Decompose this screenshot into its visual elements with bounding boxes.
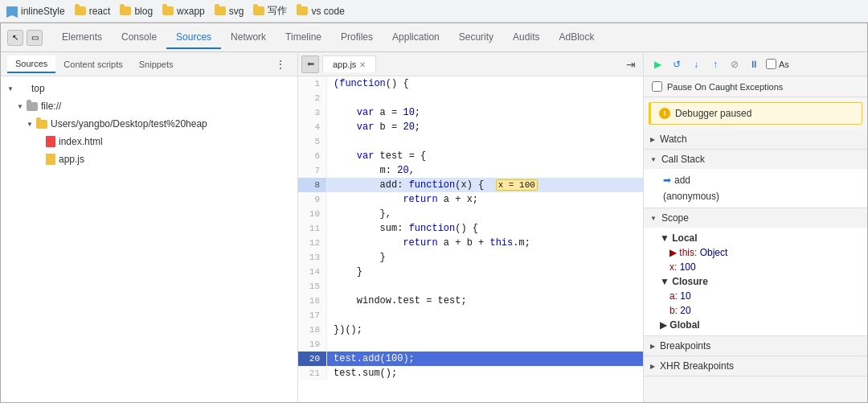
folder-icon	[297, 6, 308, 15]
call-stack-item-add[interactable]: ➡ add	[660, 172, 861, 188]
code-content: (function() {	[327, 76, 409, 91]
pause-exceptions-checkbox[interactable]	[652, 81, 662, 92]
watch-header[interactable]: ▶ Watch	[644, 130, 867, 149]
code-tab-appjs[interactable]: app.js ✕	[322, 56, 376, 72]
scope-closure-label: Closure	[672, 276, 708, 287]
code-content: },	[327, 207, 391, 221]
debugger-panel: ▶ ↺ ↓ ↑ ⊘ ⏸ As Pause On Caught Exception…	[644, 52, 867, 402]
step-over-button[interactable]: ↺	[669, 57, 684, 72]
xhr-breakpoints-section: ▶ XHR Breakpoints	[644, 356, 867, 376]
line-number: 4	[298, 120, 327, 134]
tab-timeline[interactable]: Timeline	[276, 27, 331, 49]
chevron-icon: ▶	[650, 343, 655, 350]
triangle-icon	[7, 85, 17, 93]
breakpoints-label: Breakpoints	[660, 340, 710, 352]
scope-key: ▶ this	[669, 247, 694, 258]
tab-network[interactable]: Network	[221, 27, 276, 49]
sources-tab-snippets[interactable]: Snippets	[131, 56, 182, 72]
pause-button[interactable]: ⏸	[747, 57, 761, 72]
tab-audits[interactable]: Audits	[503, 27, 549, 49]
code-content: var test = {	[327, 149, 426, 163]
bookmark-writing[interactable]: 写作	[253, 4, 287, 18]
sources-tab-sources[interactable]: Sources	[7, 56, 55, 73]
line-number: 8	[298, 178, 327, 192]
format-button[interactable]: ⇥	[622, 56, 640, 73]
breakpoints-header[interactable]: ▶ Breakpoints	[644, 336, 867, 356]
folder-icon	[17, 84, 28, 93]
tab-security[interactable]: Security	[449, 27, 503, 49]
call-stack-func: (anonymous)	[663, 191, 719, 202]
tab-elements[interactable]: Elements	[52, 27, 112, 49]
bookmark-label: wxapp	[177, 6, 205, 17]
tab-close-button[interactable]: ✕	[359, 60, 366, 69]
scope-this[interactable]: ▶ this: Object	[669, 245, 861, 260]
tree-item-file[interactable]: file://	[1, 97, 297, 115]
folder-icon	[36, 120, 47, 129]
code-content: var b = 20;	[327, 120, 420, 134]
scope-closure-header[interactable]: ▼ Closure	[660, 274, 861, 289]
scope-key: x	[669, 261, 674, 273]
tab-adblock[interactable]: AdBlock	[549, 27, 604, 49]
code-panel: ⬅ app.js ✕ ⇥ 1 (function() { 2 3	[298, 52, 644, 402]
line-number: 11	[298, 221, 327, 236]
tab-profiles[interactable]: Profiles	[331, 27, 383, 49]
bookmark-react[interactable]: react	[75, 6, 111, 17]
code-line: 3 var a = 10;	[298, 105, 643, 120]
tree-item-top[interactable]: top	[1, 80, 297, 97]
sources-menu-button[interactable]: ⋮	[270, 56, 291, 72]
bookmark-blog[interactable]: blog	[120, 6, 153, 17]
devtools-controls: ↖ ▭	[7, 30, 43, 46]
step-out-button[interactable]: ↑	[708, 57, 723, 72]
tab-sources[interactable]: Sources	[166, 27, 221, 49]
xhr-breakpoints-header[interactable]: ▶ XHR Breakpoints	[644, 356, 867, 376]
deactivate-button[interactable]: ⊘	[727, 57, 742, 72]
warning-icon: !	[659, 108, 670, 119]
tree-label: top	[31, 83, 45, 94]
async-label: As	[779, 60, 789, 69]
code-line-breakpoint: 20 test.add(100);	[298, 352, 643, 366]
resume-button[interactable]: ▶	[650, 57, 665, 72]
scope-val: 20	[680, 305, 690, 316]
watch-section: ▶ Watch	[644, 130, 867, 150]
call-stack-section: ▼ Call Stack ➡ add (anonymous)	[644, 150, 867, 208]
tree-item-path[interactable]: Users/yangbo/Desktop/test%20heap	[1, 115, 297, 133]
sources-tab-content-scripts[interactable]: Content scripts	[55, 56, 130, 72]
back-forward-button[interactable]: ⬅	[301, 56, 319, 73]
call-stack-header[interactable]: ▼ Call Stack	[644, 150, 867, 169]
code-line: 17	[298, 308, 643, 323]
bookmark-label: blog	[134, 6, 153, 17]
tab-console[interactable]: Console	[112, 27, 166, 49]
scope-local-content: ▶ this: Object x: 100	[660, 245, 861, 274]
bookmarks-bar: inlineStyle react blog wxapp svg 写作 vs c…	[0, 0, 868, 23]
tree-label: app.js	[59, 154, 84, 165]
device-button[interactable]: ▭	[27, 30, 43, 46]
code-line: 18 })();	[298, 323, 643, 337]
cursor-button[interactable]: ↖	[7, 30, 23, 46]
scope-val: 100	[680, 261, 696, 273]
pause-exceptions-row: Pause On Caught Exceptions	[644, 76, 867, 97]
call-stack-item-anonymous[interactable]: (anonymous)	[660, 188, 861, 204]
tab-application[interactable]: Application	[383, 27, 449, 49]
line-number: 20	[298, 352, 327, 366]
bookmark-svg[interactable]: svg	[215, 6, 244, 17]
breakpoints-section: ▶ Breakpoints	[644, 336, 867, 356]
bookmark-inlinestyle[interactable]: inlineStyle	[6, 6, 65, 17]
bookmark-wxapp[interactable]: wxapp	[162, 6, 205, 17]
code-content	[327, 308, 334, 323]
scope-local-header[interactable]: ▼ Local	[660, 231, 861, 245]
scope-val: 10	[680, 290, 690, 302]
code-content: sum: function() {	[327, 221, 478, 236]
tree-item-index-html[interactable]: index.html	[1, 133, 297, 150]
step-into-button[interactable]: ↓	[689, 57, 703, 72]
debug-body: Pause On Caught Exceptions ! Debugger pa…	[644, 76, 867, 402]
bookmark-vscode[interactable]: vs code	[297, 6, 344, 17]
line-number: 9	[298, 192, 327, 207]
scope-header[interactable]: ▼ Scope	[644, 208, 867, 228]
tree-item-app-js[interactable]: app.js	[1, 150, 297, 168]
scope-global-header[interactable]: ▶ Global	[660, 318, 861, 332]
sources-tab-bar: Sources Content scripts Snippets ⋮	[1, 52, 297, 76]
tree-label: Users/yangbo/Desktop/test%20heap	[51, 118, 207, 130]
code-content: return a + b + this.m;	[327, 236, 530, 250]
chevron-icon: ▼	[650, 215, 657, 222]
async-input[interactable]	[766, 59, 776, 69]
